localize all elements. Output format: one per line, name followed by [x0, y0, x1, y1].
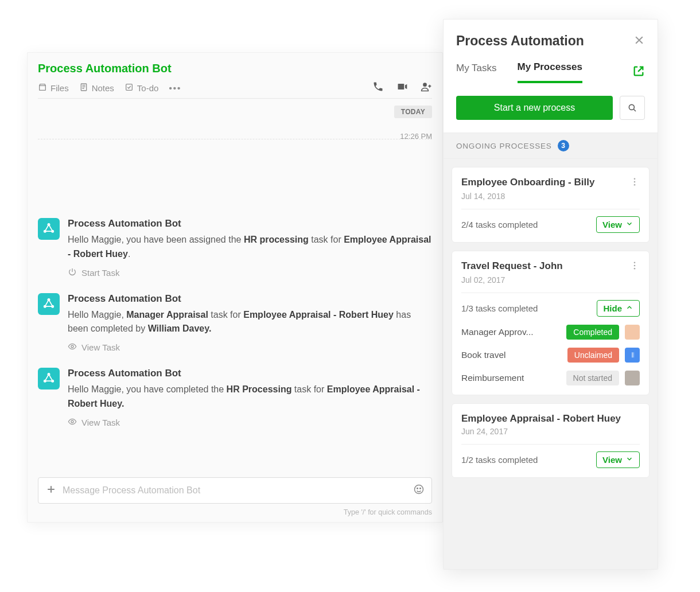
chat-input[interactable] — [63, 485, 407, 496]
svg-point-10 — [48, 373, 49, 375]
task-row: Manager Approv... Completed — [461, 325, 640, 340]
process-date: Jun 24, 2017 — [461, 427, 640, 436]
svg-point-22 — [634, 265, 636, 267]
tab-todo[interactable]: To-do — [125, 83, 159, 94]
assignee-avatar[interactable] — [625, 325, 640, 340]
svg-point-4 — [44, 231, 46, 232]
task-name: Book travel — [461, 350, 562, 360]
process-progress: 2/4 tasks completed — [461, 220, 596, 229]
section-header-ongoing: ONGOING PROCESSES 3 — [444, 133, 658, 159]
messages-list: Process Automation Bot Hello Maggie, you… — [38, 218, 432, 428]
status-badge: Not started — [566, 371, 619, 385]
tab-files[interactable]: Files — [38, 83, 69, 94]
bot-avatar-icon — [38, 218, 60, 240]
eye-icon — [68, 342, 77, 353]
tab-my-processes[interactable]: My Processes — [518, 61, 582, 83]
process-card: Employee Appraisal - Robert Huey Jun 24,… — [452, 403, 650, 478]
message-text: Hello Maggie, you have been assigned the… — [68, 233, 432, 262]
message: Process Automation Bot Hello Maggie, you… — [38, 368, 432, 428]
view-toggle-button[interactable]: View — [596, 451, 640, 468]
process-date: Jul 02, 2017 — [461, 275, 640, 285]
message-text: Hello Maggie, you have completed the HR … — [68, 383, 432, 411]
message-sender: Process Automation Bot — [68, 368, 432, 379]
chat-header-actions — [372, 81, 432, 95]
tab-notes[interactable]: Notes — [79, 83, 114, 94]
message-action-label: View Task — [81, 342, 120, 352]
chat-body: TODAY 12:26 PM Process Automation Bot He… — [28, 103, 442, 469]
task-name: Manager Approv... — [461, 327, 561, 337]
add-user-icon[interactable] — [421, 81, 432, 95]
svg-point-6 — [48, 298, 49, 300]
process-date: Jul 14, 2018 — [461, 192, 640, 201]
assignee-avatar[interactable]: ⦀ — [625, 348, 640, 363]
process-menu-button[interactable] — [629, 177, 640, 189]
chevron-down-icon — [625, 220, 633, 229]
start-task-button[interactable]: Start Task — [68, 267, 432, 278]
start-new-process-button[interactable]: Start a new process — [456, 96, 613, 120]
message-sender: Process Automation Bot — [68, 293, 432, 305]
hide-toggle-button[interactable]: Hide — [597, 300, 640, 317]
process-card: Employee Onboarding - Billy Jul 14, 2018… — [452, 167, 650, 243]
process-menu-button[interactable] — [629, 260, 640, 273]
tab-more[interactable]: ••• — [169, 83, 181, 93]
open-external-button[interactable] — [632, 65, 645, 80]
task-row: Book travel Unclaimed ⦀ — [461, 348, 640, 363]
close-button[interactable] — [633, 34, 645, 48]
message: Process Automation Bot Hello Maggie, you… — [38, 218, 432, 278]
svg-point-11 — [44, 380, 46, 382]
plus-icon[interactable] — [45, 484, 57, 497]
files-icon — [38, 83, 47, 94]
message-action-label: Start Task — [81, 268, 119, 278]
svg-point-2 — [423, 83, 427, 87]
status-badge: Completed — [566, 325, 619, 340]
toggle-label: Hide — [603, 303, 622, 313]
chat-tabs: Files Notes To-do ••• — [38, 81, 432, 99]
assignee-avatar[interactable] — [625, 371, 640, 385]
task-name: Reimbursement — [461, 373, 561, 383]
view-toggle-button[interactable]: View — [596, 216, 640, 233]
svg-point-15 — [417, 488, 418, 489]
svg-point-16 — [420, 488, 421, 489]
svg-point-14 — [415, 485, 423, 494]
emoji-icon[interactable] — [413, 484, 425, 497]
chat-panel: Process Automation Bot Files Notes To-do… — [27, 52, 443, 523]
process-title: Employee Onboarding - Billy — [461, 177, 629, 188]
message-action-label: View Task — [81, 418, 120, 427]
svg-point-12 — [52, 380, 53, 382]
notes-icon — [79, 83, 88, 94]
svg-point-19 — [634, 181, 636, 183]
svg-point-17 — [629, 104, 634, 110]
todo-icon — [125, 83, 134, 94]
video-icon[interactable] — [396, 81, 408, 95]
chevron-down-icon — [625, 455, 633, 465]
svg-point-3 — [48, 224, 49, 225]
svg-point-5 — [52, 231, 53, 232]
panel-tabs: My Tasks My Processes — [444, 53, 658, 83]
status-badge: Unclaimed — [567, 348, 619, 363]
chevron-up-icon — [625, 303, 633, 313]
view-task-button[interactable]: View Task — [68, 342, 432, 353]
message-text: Hello Maggie, Manager Appraisal task for… — [68, 308, 432, 337]
message-sender: Process Automation Bot — [68, 218, 432, 229]
view-task-button[interactable]: View Task — [68, 417, 432, 428]
process-title: Travel Request - John — [461, 260, 629, 272]
divider — [461, 444, 640, 445]
process-progress: 1/3 tasks completed — [461, 303, 597, 313]
svg-point-20 — [634, 184, 636, 186]
process-automation-panel: Process Automation My Tasks My Processes… — [443, 19, 658, 570]
svg-point-9 — [71, 345, 73, 348]
call-icon[interactable] — [372, 81, 384, 95]
power-icon — [68, 267, 77, 278]
search-button[interactable] — [620, 96, 645, 120]
chat-header: Process Automation Bot Files Notes To-do… — [28, 53, 442, 103]
process-progress: 1/2 tasks completed — [461, 455, 596, 465]
svg-point-23 — [634, 268, 636, 270]
chat-input-bar — [38, 477, 432, 504]
toggle-label: View — [602, 220, 622, 229]
task-row: Reimbursement Not started — [461, 371, 640, 385]
chat-footer-hint: Type '/' for quick commands — [28, 508, 442, 522]
process-title: Employee Appraisal - Robert Huey — [461, 413, 640, 424]
message: Process Automation Bot Hello Maggie, Man… — [38, 293, 432, 353]
eye-icon — [68, 417, 77, 428]
tab-my-tasks[interactable]: My Tasks — [456, 63, 497, 82]
